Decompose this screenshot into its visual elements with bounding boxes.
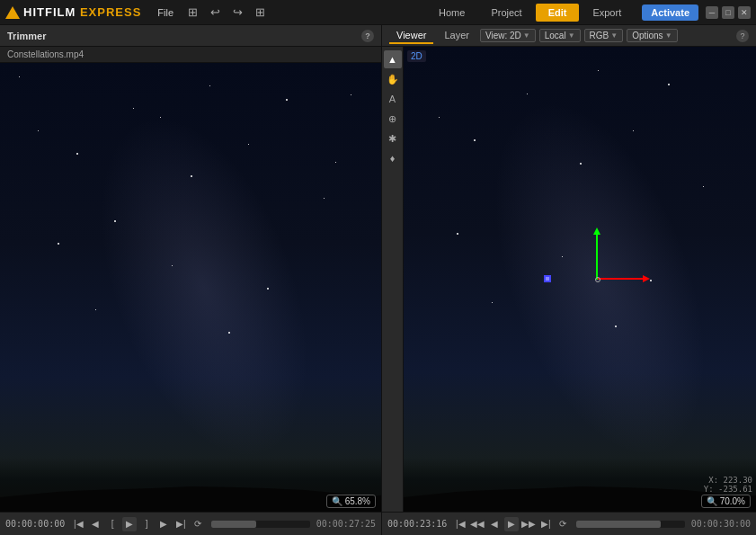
nav-tabs: Home Project Edit Export Activate <box>426 4 698 22</box>
viewer-time-end: 00:00:30:00 <box>691 519 751 529</box>
nav-project[interactable]: Project <box>478 4 534 22</box>
select-tool-button[interactable]: ▲ <box>384 50 402 68</box>
viewer-scrubber[interactable] <box>576 521 685 528</box>
trimmer-help-icon[interactable]: ? <box>361 30 374 42</box>
viewer-preview: 2D X: 223.30 Y: -235.61 🔍 70.0% <box>404 47 756 512</box>
transform-tool-button[interactable]: ⊕ <box>384 110 402 128</box>
viewer-help-icon[interactable]: ? <box>736 30 749 42</box>
star <box>172 265 173 266</box>
viewer-coords: X: 223.30 Y: -235.61 <box>704 476 752 494</box>
star <box>191 175 192 177</box>
viewer-skip-start[interactable]: |◀ <box>453 517 467 531</box>
viewer-next-frame[interactable]: ▶▶ <box>521 517 536 531</box>
apps-icon[interactable]: ⊞ <box>250 4 271 21</box>
viewer-time: 00:00:23:16 <box>387 519 447 529</box>
hand-tool-button[interactable]: ✋ <box>384 70 402 88</box>
trimmer-sky-bg <box>0 63 381 512</box>
gizmo-y-axis <box>596 235 598 280</box>
mask-tool-button[interactable]: ♦ <box>384 149 402 167</box>
viewer-zoom-label: 🔍 70.0% <box>701 495 751 508</box>
gizmo-x-axis <box>598 278 643 280</box>
star <box>95 309 96 310</box>
trimmer-zoom-label: 🔍 65.8% <box>326 495 376 508</box>
local-dropdown[interactable]: Local ▼ <box>539 29 581 42</box>
trim-in-button[interactable]: [ <box>105 517 120 531</box>
viewer-tab-layer[interactable]: Layer <box>437 28 476 44</box>
star <box>324 198 325 199</box>
milky-way <box>58 88 350 487</box>
menu-bar: HITFILM EXPRESS File ⊞ ↩ ↪ ⊞ Home Projec… <box>0 0 756 25</box>
viewer-2d-badge: 2D <box>407 50 426 62</box>
trimmer-time-end: 00:00:27:25 <box>316 519 376 529</box>
app-name: HITFILM EXPRESS <box>23 5 141 19</box>
scrubber-fill <box>211 521 255 528</box>
prev-frame-button[interactable]: ◀ <box>88 517 102 531</box>
star <box>439 117 440 118</box>
coord-y: Y: -235.61 <box>704 485 752 494</box>
minimize-button[interactable]: ─ <box>706 6 718 19</box>
star <box>248 144 249 145</box>
skip-start-button[interactable]: |◀ <box>71 517 85 531</box>
gizmo-y-arrow <box>593 227 600 235</box>
viewer-scrubber-fill <box>576 521 661 528</box>
chevron-down-icon: ▼ <box>610 31 618 40</box>
redo-icon[interactable]: ↪ <box>227 4 248 21</box>
trimmer-time-start: 00:00:00:00 <box>5 519 65 529</box>
window-controls: ─ □ ✕ <box>706 6 751 19</box>
viewer-controls: 00:00:23:16 |◀ ◀◀ ◀ ▶ ▶▶ ▶| ⟳ 00:00:30:0… <box>382 512 756 535</box>
menu-file[interactable]: File <box>150 4 181 21</box>
nav-export[interactable]: Export <box>580 4 634 22</box>
star <box>38 130 39 131</box>
trimmer-scrubber[interactable] <box>211 521 310 528</box>
viewer-loop-button[interactable]: ⟳ <box>556 517 570 531</box>
rgb-dropdown[interactable]: RGB ▼ <box>584 29 624 42</box>
text-tool-button[interactable]: A <box>384 90 402 108</box>
trimmer-panel: Trimmer ? Constellations.mp4 <box>0 25 382 535</box>
brush-tool-button[interactable]: ✱ <box>384 129 402 147</box>
activate-button[interactable]: Activate <box>642 4 698 21</box>
main-layout: Trimmer ? Constellations.mp4 <box>0 25 756 535</box>
viewer-panel: Viewer Layer View: 2D ▼ Local ▼ RGB ▼ Op… <box>382 25 756 535</box>
gizmo-position-handle[interactable] <box>544 275 551 282</box>
nav-home[interactable]: Home <box>426 4 477 22</box>
star <box>351 94 351 95</box>
undo-icon[interactable]: ↩ <box>205 4 226 21</box>
star <box>703 186 704 187</box>
trimmer-preview: 🔍 65.8% <box>0 63 381 512</box>
star <box>58 243 59 245</box>
coord-x: X: 223.30 <box>704 476 752 485</box>
star <box>76 153 78 155</box>
viewer-play-button[interactable]: ▶ <box>504 517 519 531</box>
viewer-skip-end[interactable]: ▶| <box>538 517 553 531</box>
star <box>457 233 458 235</box>
gizmo-center <box>595 277 600 282</box>
viewer-tab-viewer[interactable]: Viewer <box>389 28 433 44</box>
close-button[interactable]: ✕ <box>738 6 751 19</box>
star <box>209 85 210 86</box>
next-frame-button[interactable]: ▶ <box>156 517 171 531</box>
trim-out-button[interactable]: ] <box>139 517 154 531</box>
trimmer-title: Trimmer <box>7 31 46 41</box>
viewer-header: Viewer Layer View: 2D ▼ Local ▼ RGB ▼ Op… <box>382 25 756 47</box>
view-2d-dropdown[interactable]: View: 2D ▼ <box>480 29 536 42</box>
viewer-prev-frame[interactable]: ◀◀ <box>470 517 485 531</box>
viewer-sky-bg <box>404 47 756 512</box>
skip-end-button[interactable]: ▶| <box>173 517 188 531</box>
gizmo-x-arrow <box>643 275 650 282</box>
nav-edit[interactable]: Edit <box>536 4 580 22</box>
menu-icon-grid[interactable]: ⊞ <box>182 4 203 21</box>
maximize-button[interactable]: □ <box>722 6 734 19</box>
options-dropdown[interactable]: Options ▼ <box>627 29 677 42</box>
chevron-down-icon: ▼ <box>665 31 672 40</box>
star <box>267 288 269 290</box>
play-button[interactable]: ▶ <box>122 517 137 531</box>
star <box>114 220 116 222</box>
star <box>133 108 134 109</box>
star <box>160 117 161 118</box>
star <box>19 76 20 77</box>
viewer-main: ▲ ✋ A ⊕ ✱ ♦ <box>382 47 756 512</box>
trimmer-controls: 00:00:00:00 |◀ ◀ [ ▶ ] ▶ ▶| ⟳ 00:00:27:2… <box>0 512 381 535</box>
loop-button[interactable]: ⟳ <box>191 517 205 531</box>
chevron-down-icon: ▼ <box>568 31 575 40</box>
viewer-play-back[interactable]: ◀ <box>487 517 502 531</box>
